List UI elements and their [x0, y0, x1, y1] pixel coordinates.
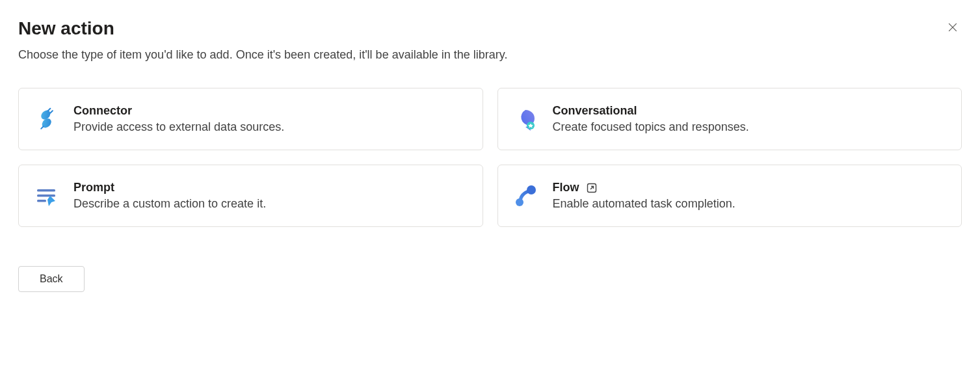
card-description: Enable automated task completion.	[553, 197, 735, 211]
close-icon	[946, 21, 959, 36]
svg-point-12	[527, 185, 536, 194]
action-cards-grid: Connector Provide access to external dat…	[18, 88, 962, 227]
svg-rect-4	[49, 110, 53, 114]
page-title: New action	[18, 18, 114, 39]
card-flow[interactable]: Flow Enable automated task completion.	[497, 165, 962, 227]
connector-icon	[33, 106, 59, 132]
card-title: Conversational	[553, 104, 637, 118]
card-description: Provide access to external data sources.	[73, 120, 284, 134]
close-button[interactable]	[944, 18, 962, 38]
card-description: Create focused topics and responses.	[553, 120, 749, 134]
svg-rect-10	[37, 200, 46, 202]
conversational-icon	[512, 106, 538, 132]
back-button[interactable]: Back	[18, 266, 85, 292]
prompt-icon	[33, 183, 59, 209]
card-description: Describe a custom action to create it.	[73, 197, 266, 211]
card-conversational[interactable]: Conversational Create focused topics and…	[497, 88, 962, 150]
external-link-icon	[586, 182, 598, 194]
page-subtitle: Choose the type of item you'd like to ad…	[18, 48, 962, 62]
card-title: Prompt	[73, 181, 114, 194]
svg-rect-9	[37, 194, 55, 197]
svg-point-11	[516, 198, 523, 206]
flow-icon	[512, 183, 538, 209]
svg-rect-6	[40, 126, 44, 129]
card-prompt[interactable]: Prompt Describe a custom action to creat…	[18, 165, 483, 227]
card-title: Connector	[73, 104, 132, 118]
svg-rect-8	[37, 189, 55, 192]
card-connector[interactable]: Connector Provide access to external dat…	[18, 88, 483, 150]
card-title: Flow	[553, 181, 579, 194]
